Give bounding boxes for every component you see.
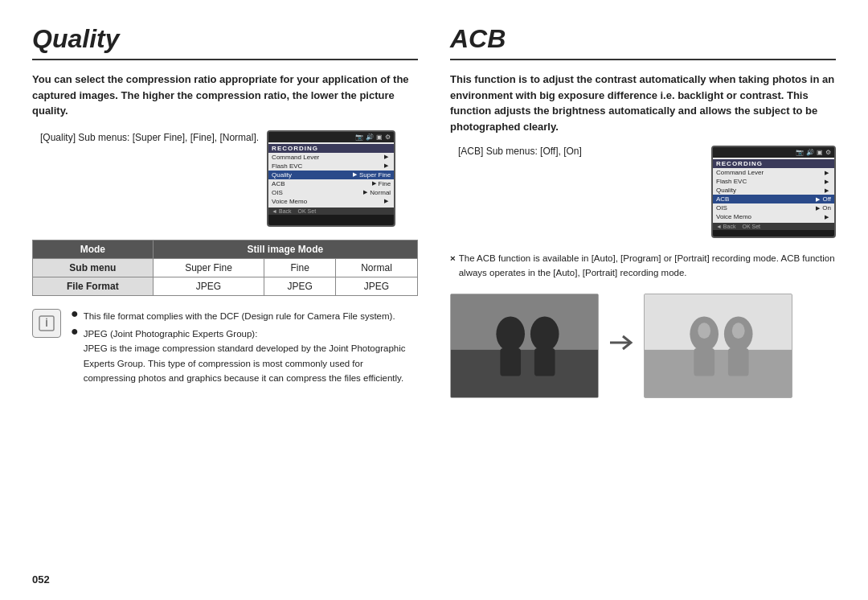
fileformat-3: JPEG — [335, 277, 417, 295]
menu-row-quality: Quality ▶ Super Fine — [268, 171, 394, 179]
acb-note-symbol: × — [450, 251, 456, 281]
acb-menu-row-ois: OIS ▶ On — [713, 203, 834, 212]
acb-photo-before — [450, 294, 599, 398]
quality-submenu-note: [Quality] Sub menus: [Super Fine], [Fine… — [40, 130, 259, 145]
menu-row-acb: ACB ▶ Fine — [268, 179, 394, 188]
svg-point-2 — [46, 318, 47, 319]
acb-menu-row-flash: Flash EVC ▶ — [713, 177, 834, 186]
acb-arrow-icon — [607, 328, 636, 363]
acb-menu-row-quality: Quality ▶ — [713, 186, 834, 195]
submenu-normal: Normal — [335, 258, 417, 277]
acb-camera-screen: 📷 🔊 ▣ ⚙ RECORDING Command Lever ▶ Flash … — [711, 146, 836, 238]
svg-rect-21 — [645, 294, 792, 397]
submenu-fine: Fine — [264, 258, 336, 277]
quality-title: Quality — [32, 24, 418, 60]
fileformat-label: File Format — [33, 277, 154, 295]
table-row-submenu: Sub menu Super Fine Fine Normal — [33, 258, 418, 277]
acb-note: × The ACB function is available in [Auto… — [450, 251, 836, 281]
quality-camera-screen: 📷 🔊 ▣ ⚙ RECORDING Command Lever ▶ Flash … — [267, 130, 395, 227]
notes-section: ● This file format complies with the DCF… — [32, 309, 418, 389]
menu-row-flash: Flash EVC ▶ — [268, 162, 394, 171]
acb-note-text: The ACB function is available in [Auto],… — [459, 251, 836, 281]
quality-intro: You can select the compression ratio app… — [32, 72, 418, 119]
acb-menu-row-command: Command Lever ▶ — [713, 168, 834, 177]
note-icon — [32, 309, 61, 338]
acb-menu-row-acb: ACB ▶ Off — [713, 195, 834, 203]
svg-rect-10 — [451, 294, 598, 397]
table-still-image-header: Still image Mode — [153, 240, 417, 258]
acb-photo-after — [644, 294, 792, 398]
note-1: This file format complies with the DCF (… — [84, 309, 395, 323]
acb-menu-row-voice: Voice Memo ▶ — [713, 212, 834, 221]
quality-table: Mode Still image Mode Sub menu Super Fin… — [32, 240, 418, 296]
note-2-title: JPEG (Joint Photographic Experts Group): — [84, 327, 418, 341]
menu-row-ois: OIS ▶ Normal — [268, 188, 394, 197]
acb-title: ACB — [450, 24, 836, 60]
table-mode-header: Mode — [33, 240, 154, 258]
acb-menu-header: RECORDING — [713, 159, 834, 168]
menu-row-voice: Voice Memo ▶ — [268, 197, 394, 206]
acb-photo-row — [450, 294, 836, 398]
submenu-label: Sub menu — [33, 258, 154, 277]
page-number: 052 — [32, 573, 50, 586]
note-2-body: JPEG is the image compression standard d… — [84, 341, 418, 385]
acb-submenu-note: [ACB] Sub menus: [Off], [On] — [458, 146, 582, 157]
fileformat-1: JPEG — [153, 277, 264, 295]
table-row-fileformat: File Format JPEG JPEG JPEG — [33, 277, 418, 295]
fileformat-2: JPEG — [264, 277, 336, 295]
menu-row-command: Command Lever ▶ — [268, 153, 394, 162]
notes-text: ● This file format complies with the DCF… — [71, 309, 418, 389]
submenu-superfine: Super Fine — [153, 258, 264, 277]
quality-menu-header: RECORDING — [268, 144, 394, 153]
acb-intro: This function is to adjust the contrast … — [450, 72, 836, 134]
